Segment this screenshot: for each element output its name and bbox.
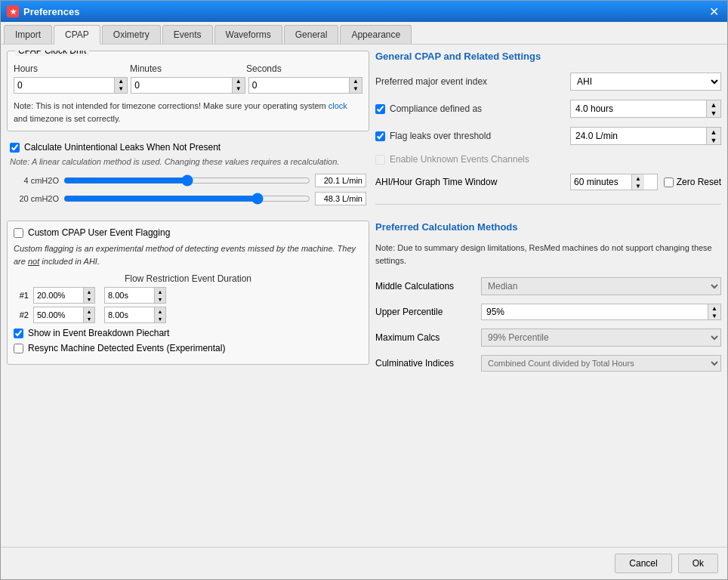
upper-percentile-up-btn[interactable]: ▲ [708, 304, 720, 312]
slider-value-2[interactable] [315, 192, 366, 205]
preferred-major-select[interactable]: AHI RDI RERA [570, 72, 721, 91]
flow-duration-input-2[interactable] [105, 307, 154, 322]
ahi-graph-input[interactable] [571, 174, 631, 190]
flow-percent-down-2[interactable]: ▼ [84, 315, 94, 322]
ahi-graph-up-btn[interactable]: ▲ [632, 174, 644, 182]
flow-restriction-title: Flow Restriction Event Duration [14, 273, 362, 284]
flow-duration-down-2[interactable]: ▼ [155, 315, 165, 322]
tab-oximetry[interactable]: Oximetry [102, 25, 161, 44]
flag-leaks-spinner[interactable]: ▲ ▼ [570, 127, 721, 145]
close-button[interactable]: ✕ [706, 4, 721, 19]
flow-duration-spinner-2[interactable]: ▲ ▼ [104, 307, 166, 323]
show-piechart-label: Show in Event Breakdown Piechart [28, 328, 169, 338]
minutes-input[interactable] [131, 78, 231, 93]
zero-reset-checkbox[interactable] [664, 177, 674, 187]
flag-leaks-input[interactable] [571, 128, 706, 144]
ahi-graph-down-btn[interactable]: ▼ [632, 182, 644, 190]
upper-percentile-spinner[interactable]: ▲ ▼ [481, 304, 721, 320]
calculate-leaks-section: Calculate Unintentional Leaks When Not P… [7, 137, 369, 214]
upper-percentile-row: Upper Percentile ▲ ▼ [375, 304, 721, 320]
ahi-graph-row: AHI/Hour Graph Time Window ▲ ▼ Zero Rese… [375, 174, 721, 190]
general-section-title: General CPAP and Related Settings [375, 51, 721, 62]
flow-percent-spinner-2[interactable]: ▲ ▼ [33, 307, 95, 323]
hours-down-btn[interactable]: ▼ [115, 85, 127, 93]
flow-duration-spinner-1[interactable]: ▲ ▼ [104, 287, 166, 304]
tab-import[interactable]: Import [4, 25, 52, 44]
slider-row-2: 20 cmH2O [10, 192, 366, 205]
calculate-leaks-checkbox[interactable] [10, 143, 20, 153]
flow-duration-input-1[interactable] [105, 288, 154, 303]
flow-duration-down-1[interactable]: ▼ [155, 295, 165, 303]
flow-row-2: #2 ▲ ▼ ▲ ▼ [14, 307, 362, 323]
flag-leaks-control: ▲ ▼ [570, 127, 721, 145]
tab-cpap[interactable]: CPAP [54, 25, 100, 45]
calculate-leaks-label: Calculate Unintentional Leaks When Not P… [24, 142, 221, 153]
flow-percent-spinner-1[interactable]: ▲ ▼ [33, 287, 95, 304]
maximum-calcs-row: Maximum Calcs 99% Percentile 95% Percent… [375, 329, 721, 347]
flag-leaks-up-btn[interactable]: ▲ [707, 128, 720, 136]
flag-leaks-checkbox[interactable] [375, 131, 385, 141]
seconds-spinner[interactable]: ▲ ▼ [248, 77, 362, 94]
app-icon: ★ [7, 5, 19, 17]
flagging-note-underline: not [28, 257, 39, 266]
resync-label: Resync Machine Detected Events (Experime… [28, 343, 225, 353]
minutes-up-btn[interactable]: ▲ [233, 78, 245, 85]
tab-events[interactable]: Events [162, 25, 213, 44]
preferred-major-label: Preferred major event index [375, 76, 570, 87]
slider-2[interactable] [63, 193, 310, 205]
flow-percent-input-2[interactable] [34, 307, 83, 322]
upper-percentile-input[interactable] [482, 304, 708, 319]
custom-flagging-label: Custom CPAP User Event Flagging [28, 227, 170, 238]
hours-input[interactable] [14, 78, 114, 93]
middle-calc-row: Middle Calculations Median Mean [375, 277, 721, 295]
divider [375, 204, 721, 205]
middle-calc-select[interactable]: Median Mean [481, 277, 721, 295]
slider-value-1[interactable] [315, 174, 366, 187]
flow-percent-input-1[interactable] [34, 288, 83, 303]
maximum-calcs-select[interactable]: 99% Percentile 95% Percentile Maximum [481, 329, 721, 347]
hours-spinner[interactable]: ▲ ▼ [14, 77, 128, 94]
flow-duration-up-2[interactable]: ▲ [155, 307, 165, 315]
minutes-down-btn[interactable]: ▼ [233, 85, 245, 93]
enable-unknown-checkbox[interactable] [375, 155, 385, 165]
ok-button[interactable]: Ok [678, 554, 718, 573]
seconds-input[interactable] [249, 78, 349, 93]
tab-general[interactable]: General [284, 25, 339, 44]
calc-method-note: Note: A linear calculation method is use… [10, 157, 366, 166]
seconds-up-btn[interactable]: ▲ [350, 78, 362, 85]
flow-row-1: #1 ▲ ▼ ▲ ▼ [14, 287, 362, 304]
slider-1[interactable] [63, 174, 310, 187]
clock-link[interactable]: clock [329, 101, 347, 110]
custom-flagging-checkbox[interactable] [14, 228, 23, 238]
resync-checkbox[interactable] [14, 344, 23, 353]
ahi-graph-spinner[interactable]: ▲ ▼ [570, 174, 658, 190]
zero-reset-label: Zero Reset [677, 177, 721, 187]
compliance-down-btn[interactable]: ▼ [707, 109, 720, 117]
seconds-down-btn[interactable]: ▼ [350, 85, 362, 93]
title-bar: ★ Preferences ✕ [1, 1, 727, 22]
zero-reset-row: Zero Reset [664, 177, 721, 187]
upper-percentile-down-btn[interactable]: ▼ [708, 312, 720, 319]
show-piechart-checkbox[interactable] [14, 329, 23, 338]
culminative-indices-select[interactable]: Combined Count divided by Total Hours Ot… [481, 355, 721, 372]
compliance-up-btn[interactable]: ▲ [707, 100, 720, 109]
maximum-calcs-control: 99% Percentile 95% Percentile Maximum [481, 329, 721, 347]
compliance-spinner[interactable]: ▲ ▼ [570, 100, 721, 118]
calculate-leaks-row: Calculate Unintentional Leaks When Not P… [10, 142, 366, 153]
flow-percent-up-2[interactable]: ▲ [84, 307, 94, 315]
flow-percent-down-1[interactable]: ▼ [84, 295, 94, 303]
tab-waveforms[interactable]: Waveforms [214, 25, 282, 44]
right-panel: General CPAP and Related Settings Prefer… [375, 51, 721, 541]
flag-leaks-down-btn[interactable]: ▼ [707, 136, 720, 144]
minutes-spinner[interactable]: ▲ ▼ [131, 77, 245, 94]
compliance-control: ▲ ▼ [570, 100, 721, 118]
tab-appearance[interactable]: Appearance [340, 25, 412, 44]
cancel-button[interactable]: Cancel [615, 554, 671, 573]
hours-up-btn[interactable]: ▲ [115, 78, 127, 85]
compliance-input[interactable] [571, 100, 706, 117]
flow-duration-up-1[interactable]: ▲ [155, 288, 165, 295]
slider-label-2: 20 cmH2O [10, 194, 59, 203]
compliance-checkbox[interactable] [375, 104, 385, 114]
flow-percent-up-1[interactable]: ▲ [84, 288, 94, 295]
window-title: Preferences [23, 6, 79, 17]
